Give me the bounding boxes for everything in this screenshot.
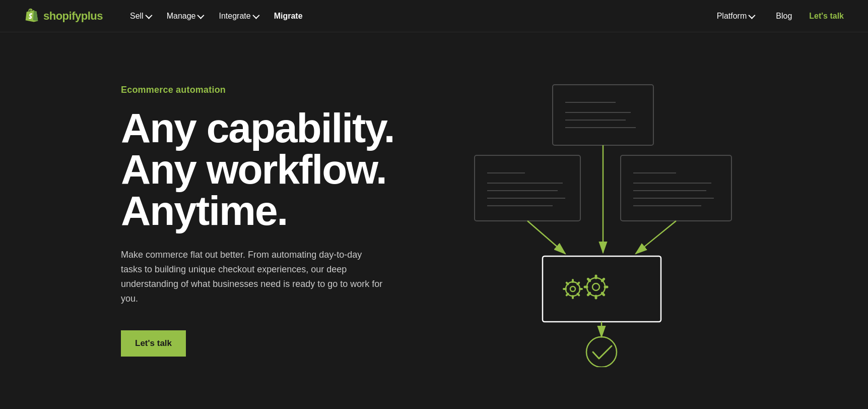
navigation: shopifyplus Sell Manage Integrate Migrat…	[0, 0, 868, 32]
hero-title-line3: Anytime.	[121, 188, 287, 233]
nav-item-sell[interactable]: Sell	[123, 8, 158, 25]
svg-line-30	[578, 294, 579, 295]
nav-left-items: Sell Manage Integrate Migrate	[123, 8, 712, 25]
hero-illustration	[444, 75, 768, 367]
svg-line-31	[567, 294, 568, 295]
chevron-down-icon	[252, 12, 259, 19]
svg-line-19	[527, 221, 565, 254]
hero-content: Ecommerce automation Any capability. Any…	[121, 85, 444, 356]
workflow-diagram	[464, 75, 747, 367]
nav-item-migrate[interactable]: Migrate	[267, 8, 310, 25]
svg-rect-7	[475, 155, 580, 221]
svg-line-42	[602, 279, 604, 281]
nav-item-platform[interactable]: Platform	[712, 8, 759, 25]
svg-rect-2	[553, 85, 653, 145]
logo[interactable]: shopifyplus	[24, 9, 103, 24]
hero-description: Make commerce flat out better. From auto…	[121, 248, 383, 306]
nav-item-integrate[interactable]: Integrate	[212, 8, 264, 25]
hero-title: Any capability. Any workflow. Anytime.	[121, 107, 444, 231]
hero-title-line1: Any capability.	[121, 105, 394, 151]
svg-line-40	[602, 293, 604, 295]
nav-item-blog[interactable]: Blog	[771, 8, 797, 25]
svg-line-39	[588, 279, 590, 281]
logo-text: shopifyplus	[43, 10, 103, 23]
hero-cta-button[interactable]: Let's talk	[121, 330, 186, 357]
svg-line-41	[588, 293, 590, 295]
hero-eyebrow: Ecommerce automation	[121, 85, 444, 95]
nav-lets-talk-link[interactable]: Let's talk	[809, 12, 844, 21]
svg-point-44	[586, 337, 617, 367]
nav-right-items: Platform Blog Let's talk	[712, 8, 844, 25]
nav-item-manage[interactable]: Manage	[160, 8, 210, 25]
chevron-down-icon	[749, 12, 756, 19]
svg-rect-22	[543, 256, 661, 322]
svg-rect-13	[621, 155, 731, 221]
chevron-down-icon	[145, 12, 152, 19]
svg-line-32	[578, 282, 579, 284]
hero-section: Ecommerce automation Any capability. Any…	[0, 32, 868, 409]
svg-line-29	[567, 282, 568, 284]
svg-line-21	[636, 221, 676, 254]
chevron-down-icon	[197, 12, 205, 19]
shopify-logo-icon	[24, 9, 39, 24]
hero-title-line2: Any workflow.	[121, 146, 386, 192]
